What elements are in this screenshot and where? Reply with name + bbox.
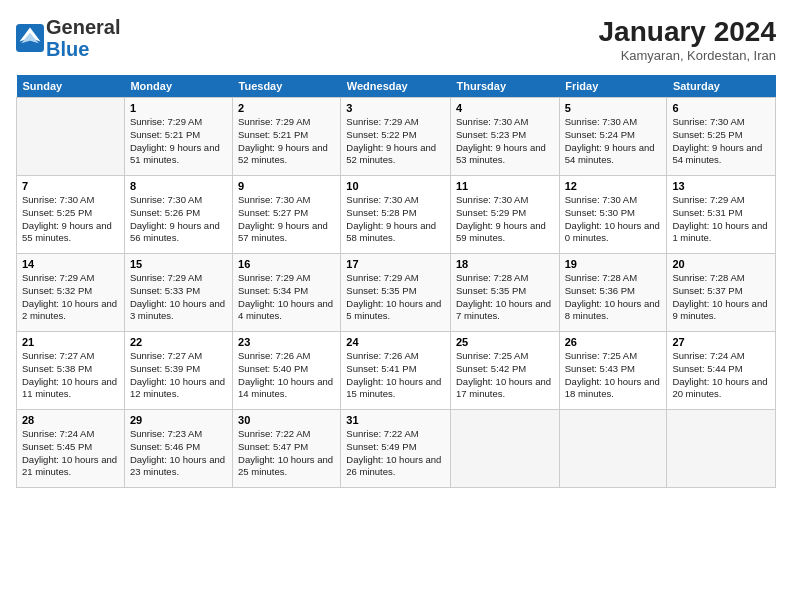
day-info: Sunrise: 7:30 AMSunset: 5:26 PMDaylight:… [130,194,227,245]
calendar-cell: 17Sunrise: 7:29 AMSunset: 5:35 PMDayligh… [341,254,451,332]
day-number: 2 [238,102,335,114]
calendar-cell: 16Sunrise: 7:29 AMSunset: 5:34 PMDayligh… [233,254,341,332]
day-number: 21 [22,336,119,348]
calendar-cell: 8Sunrise: 7:30 AMSunset: 5:26 PMDaylight… [124,176,232,254]
calendar-cell: 15Sunrise: 7:29 AMSunset: 5:33 PMDayligh… [124,254,232,332]
day-info: Sunrise: 7:22 AMSunset: 5:49 PMDaylight:… [346,428,445,479]
day-info: Sunrise: 7:29 AMSunset: 5:35 PMDaylight:… [346,272,445,323]
day-info: Sunrise: 7:29 AMSunset: 5:33 PMDaylight:… [130,272,227,323]
calendar-cell: 21Sunrise: 7:27 AMSunset: 5:38 PMDayligh… [17,332,125,410]
day-info: Sunrise: 7:25 AMSunset: 5:42 PMDaylight:… [456,350,554,401]
calendar-cell: 7Sunrise: 7:30 AMSunset: 5:25 PMDaylight… [17,176,125,254]
calendar-cell: 28Sunrise: 7:24 AMSunset: 5:45 PMDayligh… [17,410,125,488]
calendar-week-row: 1Sunrise: 7:29 AMSunset: 5:21 PMDaylight… [17,98,776,176]
day-info: Sunrise: 7:28 AMSunset: 5:37 PMDaylight:… [672,272,770,323]
calendar-cell [451,410,560,488]
day-number: 3 [346,102,445,114]
day-number: 10 [346,180,445,192]
day-number: 30 [238,414,335,426]
day-number: 19 [565,258,662,270]
col-saturday: Saturday [667,75,776,98]
day-number: 8 [130,180,227,192]
calendar-cell: 11Sunrise: 7:30 AMSunset: 5:29 PMDayligh… [451,176,560,254]
day-info: Sunrise: 7:29 AMSunset: 5:32 PMDaylight:… [22,272,119,323]
location-subtitle: Kamyaran, Kordestan, Iran [599,48,776,63]
day-number: 5 [565,102,662,114]
day-info: Sunrise: 7:30 AMSunset: 5:30 PMDaylight:… [565,194,662,245]
calendar-week-row: 7Sunrise: 7:30 AMSunset: 5:25 PMDaylight… [17,176,776,254]
day-info: Sunrise: 7:28 AMSunset: 5:36 PMDaylight:… [565,272,662,323]
calendar-week-row: 28Sunrise: 7:24 AMSunset: 5:45 PMDayligh… [17,410,776,488]
day-info: Sunrise: 7:30 AMSunset: 5:23 PMDaylight:… [456,116,554,167]
col-tuesday: Tuesday [233,75,341,98]
calendar-cell: 5Sunrise: 7:30 AMSunset: 5:24 PMDaylight… [559,98,667,176]
calendar-cell: 6Sunrise: 7:30 AMSunset: 5:25 PMDaylight… [667,98,776,176]
day-number: 31 [346,414,445,426]
col-wednesday: Wednesday [341,75,451,98]
day-number: 18 [456,258,554,270]
month-year-title: January 2024 [599,16,776,48]
day-info: Sunrise: 7:26 AMSunset: 5:40 PMDaylight:… [238,350,335,401]
calendar-week-row: 14Sunrise: 7:29 AMSunset: 5:32 PMDayligh… [17,254,776,332]
day-number: 23 [238,336,335,348]
day-number: 4 [456,102,554,114]
day-info: Sunrise: 7:30 AMSunset: 5:25 PMDaylight:… [672,116,770,167]
day-number: 16 [238,258,335,270]
logo-general: General [46,16,120,38]
calendar-cell: 20Sunrise: 7:28 AMSunset: 5:37 PMDayligh… [667,254,776,332]
col-monday: Monday [124,75,232,98]
day-info: Sunrise: 7:24 AMSunset: 5:44 PMDaylight:… [672,350,770,401]
calendar-cell: 18Sunrise: 7:28 AMSunset: 5:35 PMDayligh… [451,254,560,332]
calendar-cell: 12Sunrise: 7:30 AMSunset: 5:30 PMDayligh… [559,176,667,254]
calendar-cell: 31Sunrise: 7:22 AMSunset: 5:49 PMDayligh… [341,410,451,488]
calendar-cell: 9Sunrise: 7:30 AMSunset: 5:27 PMDaylight… [233,176,341,254]
day-number: 6 [672,102,770,114]
header-row: Sunday Monday Tuesday Wednesday Thursday… [17,75,776,98]
day-info: Sunrise: 7:28 AMSunset: 5:35 PMDaylight:… [456,272,554,323]
day-number: 13 [672,180,770,192]
day-number: 27 [672,336,770,348]
logo-text: General Blue [46,16,120,60]
logo: General Blue [16,16,120,60]
day-info: Sunrise: 7:30 AMSunset: 5:29 PMDaylight:… [456,194,554,245]
calendar-cell: 26Sunrise: 7:25 AMSunset: 5:43 PMDayligh… [559,332,667,410]
page-header: General Blue January 2024 Kamyaran, Kord… [16,16,776,63]
day-info: Sunrise: 7:29 AMSunset: 5:34 PMDaylight:… [238,272,335,323]
calendar-cell: 3Sunrise: 7:29 AMSunset: 5:22 PMDaylight… [341,98,451,176]
day-number: 9 [238,180,335,192]
day-number: 1 [130,102,227,114]
day-number: 14 [22,258,119,270]
day-number: 24 [346,336,445,348]
day-number: 28 [22,414,119,426]
calendar-cell [559,410,667,488]
day-info: Sunrise: 7:27 AMSunset: 5:39 PMDaylight:… [130,350,227,401]
day-info: Sunrise: 7:25 AMSunset: 5:43 PMDaylight:… [565,350,662,401]
day-number: 29 [130,414,227,426]
day-info: Sunrise: 7:27 AMSunset: 5:38 PMDaylight:… [22,350,119,401]
day-number: 11 [456,180,554,192]
calendar-cell: 2Sunrise: 7:29 AMSunset: 5:21 PMDaylight… [233,98,341,176]
logo-icon [16,24,44,52]
calendar-table: Sunday Monday Tuesday Wednesday Thursday… [16,75,776,488]
logo-blue: Blue [46,38,89,60]
col-friday: Friday [559,75,667,98]
calendar-cell: 25Sunrise: 7:25 AMSunset: 5:42 PMDayligh… [451,332,560,410]
day-info: Sunrise: 7:30 AMSunset: 5:25 PMDaylight:… [22,194,119,245]
calendar-cell: 19Sunrise: 7:28 AMSunset: 5:36 PMDayligh… [559,254,667,332]
col-thursday: Thursday [451,75,560,98]
day-info: Sunrise: 7:30 AMSunset: 5:28 PMDaylight:… [346,194,445,245]
day-number: 22 [130,336,227,348]
day-number: 25 [456,336,554,348]
calendar-cell: 14Sunrise: 7:29 AMSunset: 5:32 PMDayligh… [17,254,125,332]
calendar-cell: 22Sunrise: 7:27 AMSunset: 5:39 PMDayligh… [124,332,232,410]
day-info: Sunrise: 7:24 AMSunset: 5:45 PMDaylight:… [22,428,119,479]
calendar-cell: 30Sunrise: 7:22 AMSunset: 5:47 PMDayligh… [233,410,341,488]
day-info: Sunrise: 7:30 AMSunset: 5:24 PMDaylight:… [565,116,662,167]
day-info: Sunrise: 7:26 AMSunset: 5:41 PMDaylight:… [346,350,445,401]
calendar-cell: 4Sunrise: 7:30 AMSunset: 5:23 PMDaylight… [451,98,560,176]
page-container: General Blue January 2024 Kamyaran, Kord… [0,0,792,496]
day-number: 17 [346,258,445,270]
day-number: 12 [565,180,662,192]
col-sunday: Sunday [17,75,125,98]
calendar-cell: 24Sunrise: 7:26 AMSunset: 5:41 PMDayligh… [341,332,451,410]
